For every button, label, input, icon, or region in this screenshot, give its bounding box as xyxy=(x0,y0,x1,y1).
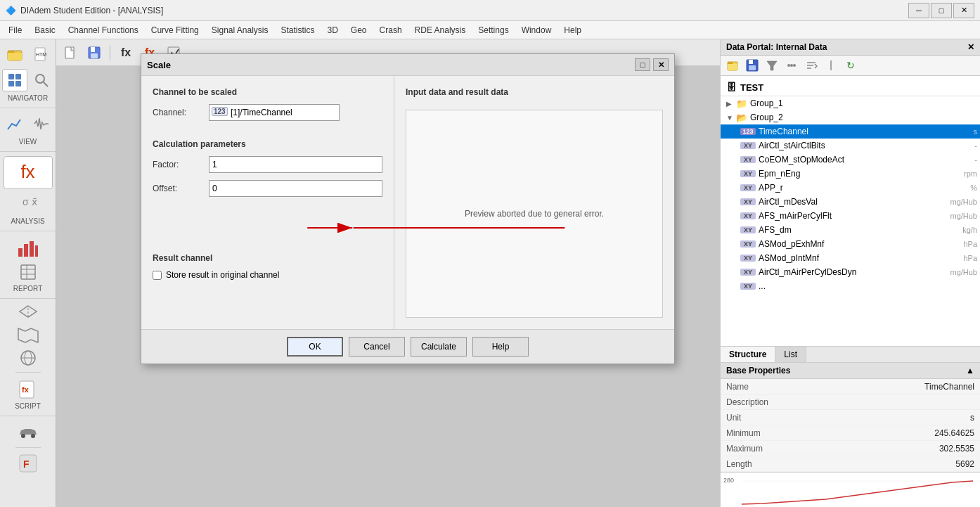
dialog-body: Channel to be scaled Channel: 123 Calcul… xyxy=(141,76,674,329)
menu-crash[interactable]: Crash xyxy=(374,23,408,38)
asmod-pintmnf-label: ASMod_pIntMnf xyxy=(759,253,946,263)
offset-input[interactable] xyxy=(209,180,382,197)
main-layout: HTM NAVIGATOR xyxy=(0,39,980,507)
menu-geo[interactable]: Geo xyxy=(345,23,373,38)
help-button[interactable]: Help xyxy=(472,337,529,357)
group1-label: Group_1 xyxy=(750,98,977,108)
channel-epm-neng[interactable]: XY Epm_nEng rpm xyxy=(721,167,980,181)
group2-item[interactable]: ▼ 📂 Group_2 xyxy=(721,110,980,124)
svg-rect-11 xyxy=(24,244,28,257)
prop-name-value: TimeChannel xyxy=(924,382,974,392)
sidebar-section-script: fx SCRIPT xyxy=(0,373,56,416)
scale-dialog: Scale □ ✕ Channel to be scaled Channel: xyxy=(141,53,675,364)
sidebar-icon-waveform[interactable] xyxy=(29,113,54,135)
cancel-button[interactable]: Cancel xyxy=(349,337,405,357)
channel-timechannel[interactable]: 123 TimeChannel s xyxy=(721,124,980,139)
panel-filter-btn[interactable] xyxy=(763,58,781,73)
channel-asmod-pintmnf[interactable]: XY ASMod_pIntMnf hPa xyxy=(721,251,980,265)
panel-refresh-btn[interactable]: ↻ xyxy=(842,58,860,73)
menu-help[interactable]: Help xyxy=(558,23,587,38)
ok-button[interactable]: OK xyxy=(287,337,343,357)
preview-text: Preview aborted due to general error. xyxy=(465,209,604,219)
sidebar-icon-sigma[interactable]: σ x̄ xyxy=(15,191,41,213)
channel-airctl-mdesval[interactable]: XY AirCtl_mDesVal mg/Hub xyxy=(721,195,980,209)
menu-channel-functions[interactable]: Channel Functions xyxy=(63,23,144,38)
offset-row: Offset: xyxy=(153,180,382,197)
svg-line-8 xyxy=(44,82,48,86)
calculate-button[interactable]: Calculate xyxy=(411,337,467,357)
channel-afs-mairpercylflt[interactable]: XY AFS_mAirPerCylFlt mg/Hub xyxy=(721,209,980,223)
panel-options-btn[interactable] xyxy=(782,58,801,73)
sidebar-icon-map[interactable] xyxy=(15,324,41,347)
dialog-close-btn[interactable]: ✕ xyxy=(653,58,669,71)
sidebar-icon-fx-script[interactable]: fx xyxy=(15,378,41,401)
coeom-unit: - xyxy=(949,155,977,164)
sidebar-section-navigator: HTM NAVIGATOR xyxy=(0,39,56,108)
sidebar-icon-grid[interactable] xyxy=(2,69,27,91)
menu-signal-analysis[interactable]: Signal Analysis xyxy=(206,23,274,38)
channel-input[interactable] xyxy=(209,104,340,121)
dialog-restore-btn[interactable]: □ xyxy=(635,58,650,71)
channel-afs-dm[interactable]: XY AFS_dm kg/h xyxy=(721,223,980,237)
channel-app-r[interactable]: XY APP_r % xyxy=(721,181,980,195)
channel-asmod-pexhmnf[interactable]: XY ASMod_pExhMnf hPa xyxy=(721,237,980,251)
sidebar-icon-table[interactable] xyxy=(15,261,41,283)
sidebar-icon-3d[interactable] xyxy=(15,302,41,324)
panel-save-btn[interactable] xyxy=(743,58,761,73)
channel-section-title: Channel to be scaled xyxy=(153,87,382,97)
menu-3d[interactable]: 3D xyxy=(322,23,344,38)
panel-close-btn[interactable]: ✕ xyxy=(967,42,974,52)
menu-window[interactable]: Window xyxy=(516,23,557,38)
panel-resize-btn[interactable] xyxy=(822,58,840,73)
panel-open-btn[interactable] xyxy=(723,58,742,73)
menu-bar: File Basic Channel Functions Curve Fitti… xyxy=(0,21,980,39)
prop-length-value: 5692 xyxy=(955,459,974,469)
sidebar-label-navigator: NAVIGATOR xyxy=(8,93,48,105)
sidebar-icon-search[interactable] xyxy=(29,69,54,91)
db-icon: 🗄 xyxy=(726,82,736,93)
sidebar-icon-htm[interactable]: HTM xyxy=(29,44,54,66)
tab-structure[interactable]: Structure xyxy=(721,347,775,362)
channel-more[interactable]: XY ... xyxy=(721,279,980,293)
sidebar-icon-barchart[interactable] xyxy=(15,237,41,259)
panel-sort-btn[interactable] xyxy=(802,58,820,73)
sidebar-icon-folder[interactable] xyxy=(2,44,27,66)
prop-name-row: Name TimeChannel xyxy=(721,379,980,394)
app-r-label: APP_r xyxy=(759,183,946,193)
menu-rde-analysis[interactable]: RDE Analysis xyxy=(409,23,472,38)
sidebar-icon-globe[interactable] xyxy=(15,347,41,369)
prop-maximum-row: Maximum 302.5535 xyxy=(721,441,980,456)
test-name: TEST xyxy=(740,82,763,93)
menu-curve-fitting[interactable]: Curve Fitting xyxy=(146,23,205,38)
channel-row: Channel: 123 xyxy=(153,104,382,121)
menu-basic[interactable]: Basic xyxy=(29,23,60,38)
maximize-button[interactable]: □ xyxy=(931,3,952,18)
properties-collapse-btn[interactable]: ▲ xyxy=(966,366,974,376)
sidebar-icon-chart[interactable] xyxy=(2,113,27,135)
sidebar-icon-f-badge[interactable]: F xyxy=(15,452,41,475)
menu-file[interactable]: File xyxy=(3,23,27,38)
channel-coeom[interactable]: XY CoEOM_stOpModeAct - xyxy=(721,153,980,167)
window-controls[interactable]: ─ □ ✕ xyxy=(908,3,974,18)
sidebar-nav-analysis[interactable]: fx xyxy=(4,156,53,189)
menu-statistics[interactable]: Statistics xyxy=(276,23,321,38)
input-data-header: Input data and result data xyxy=(406,87,663,97)
sidebar-icon-car[interactable] xyxy=(15,421,41,443)
close-button[interactable]: ✕ xyxy=(953,3,974,18)
channel-airctl-bits[interactable]: XY AirCtl_stAirCtlBits - xyxy=(721,139,980,153)
svg-text:HTM: HTM xyxy=(36,52,46,57)
asmod-pexhmnf-label: ASMod_pExhMnf xyxy=(759,239,946,249)
menu-settings[interactable]: Settings xyxy=(472,23,514,38)
group1-item[interactable]: ▶ 📁 Group_1 xyxy=(721,96,980,110)
tab-list[interactable]: List xyxy=(775,347,806,362)
store-result-checkbox[interactable] xyxy=(153,271,162,280)
group2-label: Group_2 xyxy=(750,113,977,122)
timechannel-label: TimeChannel xyxy=(759,127,946,136)
airctl-bits-label: AirCtl_stAirCtlBits xyxy=(759,141,946,150)
minimize-button[interactable]: ─ xyxy=(908,3,929,18)
factor-input[interactable] xyxy=(209,156,382,173)
prop-minimum-value: 245.64625 xyxy=(934,428,974,438)
channel-airctl-mairpercyldes[interactable]: XY AirCtl_mAirPerCylDesDyn mg/Hub xyxy=(721,265,980,279)
dialog-titlebar: Scale □ ✕ xyxy=(141,54,674,76)
type-badge-xy-11: XY xyxy=(740,283,756,290)
